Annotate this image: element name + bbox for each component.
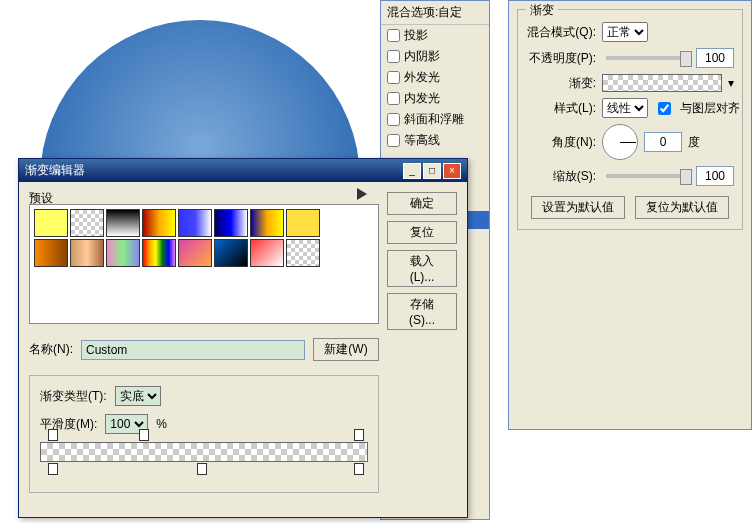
name-label: 名称(N): bbox=[29, 341, 73, 358]
preset-swatch[interactable] bbox=[250, 209, 284, 237]
preset-swatch[interactable] bbox=[178, 239, 212, 267]
gradient-group-title: 渐变 bbox=[526, 2, 558, 19]
checkbox-inner-shadow[interactable] bbox=[387, 50, 400, 63]
preset-swatch[interactable] bbox=[106, 209, 140, 237]
style-inner-glow[interactable]: 内发光 bbox=[381, 88, 489, 109]
opacity-stop-right[interactable] bbox=[354, 429, 364, 441]
preset-swatch[interactable] bbox=[178, 209, 212, 237]
checkbox-bevel[interactable] bbox=[387, 113, 400, 126]
set-default-button[interactable]: 设置为默认值 bbox=[531, 196, 625, 219]
angle-dial[interactable] bbox=[602, 124, 638, 160]
preset-swatch[interactable] bbox=[250, 239, 284, 267]
preset-swatch[interactable] bbox=[286, 209, 320, 237]
checkbox-contour[interactable] bbox=[387, 134, 400, 147]
gradient-editor-dialog: 渐变编辑器 _ □ × 预设 名称(N): 新建(W) 渐变类型(T): bbox=[18, 158, 468, 518]
style-outer-glow[interactable]: 外发光 bbox=[381, 67, 489, 88]
preset-swatch[interactable] bbox=[214, 209, 248, 237]
preset-swatch[interactable] bbox=[106, 239, 140, 267]
opacity-input[interactable] bbox=[696, 48, 734, 68]
dropdown-icon[interactable]: ▾ bbox=[728, 76, 734, 90]
align-checkbox[interactable] bbox=[658, 102, 671, 115]
blend-mode-label: 混合模式(Q): bbox=[526, 24, 596, 41]
gradient-bar[interactable] bbox=[40, 442, 368, 462]
preset-swatch[interactable] bbox=[70, 209, 104, 237]
gradient-type-group: 渐变类型(T): 实底 平滑度(M): 100 % bbox=[29, 375, 379, 493]
opacity-stop-left[interactable] bbox=[48, 429, 58, 441]
checkbox-drop-shadow[interactable] bbox=[387, 29, 400, 42]
style-select[interactable]: 线性 bbox=[602, 98, 648, 118]
cancel-button[interactable]: 复位 bbox=[387, 221, 457, 244]
name-input[interactable] bbox=[81, 340, 305, 360]
scale-label: 缩放(S): bbox=[526, 168, 596, 185]
gradient-group: 渐变 混合模式(Q): 正常 不透明度(P): 渐变: ▾ 样式(L): 线性 … bbox=[517, 9, 743, 230]
preset-grid bbox=[34, 209, 374, 267]
preset-swatch[interactable] bbox=[286, 239, 320, 267]
style-label: 样式(L): bbox=[526, 100, 596, 117]
angle-input[interactable] bbox=[644, 132, 682, 152]
preset-menu-icon[interactable] bbox=[357, 188, 373, 200]
style-bevel-emboss[interactable]: 斜面和浮雕 bbox=[381, 109, 489, 130]
style-drop-shadow[interactable]: 投影 bbox=[381, 25, 489, 46]
opacity-slider[interactable] bbox=[606, 56, 686, 60]
style-inner-shadow[interactable]: 内阴影 bbox=[381, 46, 489, 67]
minimize-button[interactable]: _ bbox=[403, 163, 421, 179]
reset-default-button[interactable]: 复位为默认值 bbox=[635, 196, 729, 219]
type-select[interactable]: 实底 bbox=[115, 386, 161, 406]
angle-label: 角度(N): bbox=[526, 134, 596, 151]
ok-button[interactable]: 确定 bbox=[387, 192, 457, 215]
style-contour[interactable]: 等高线 bbox=[381, 130, 489, 151]
scale-slider[interactable] bbox=[606, 174, 686, 178]
preset-swatch[interactable] bbox=[214, 239, 248, 267]
checkbox-inner-glow[interactable] bbox=[387, 92, 400, 105]
gradient-label: 渐变: bbox=[526, 75, 596, 92]
type-label: 渐变类型(T): bbox=[40, 388, 107, 405]
preset-swatch[interactable] bbox=[34, 239, 68, 267]
preset-swatch[interactable] bbox=[70, 239, 104, 267]
color-stop-mid[interactable] bbox=[197, 463, 207, 475]
gradient-overlay-panel: 渐变 混合模式(Q): 正常 不透明度(P): 渐变: ▾ 样式(L): 线性 … bbox=[508, 0, 752, 430]
opacity-stop-mid[interactable] bbox=[139, 429, 149, 441]
save-button[interactable]: 存储(S)... bbox=[387, 293, 457, 330]
maximize-button[interactable]: □ bbox=[423, 163, 441, 179]
checkbox-outer-glow[interactable] bbox=[387, 71, 400, 84]
blend-mode-select[interactable]: 正常 bbox=[602, 22, 648, 42]
align-label: 与图层对齐 bbox=[680, 100, 740, 117]
angle-unit: 度 bbox=[688, 134, 700, 151]
gradient-editor-title: 渐变编辑器 bbox=[25, 162, 85, 179]
scale-input[interactable] bbox=[696, 166, 734, 186]
color-stop-left[interactable] bbox=[48, 463, 58, 475]
close-button[interactable]: × bbox=[443, 163, 461, 179]
new-button[interactable]: 新建(W) bbox=[313, 338, 379, 361]
preset-swatch[interactable] bbox=[142, 239, 176, 267]
load-button[interactable]: 载入(L)... bbox=[387, 250, 457, 287]
opacity-label: 不透明度(P): bbox=[526, 50, 596, 67]
blend-options-title[interactable]: 混合选项:自定 bbox=[381, 1, 489, 25]
gradient-editor-titlebar[interactable]: 渐变编辑器 _ □ × bbox=[19, 159, 467, 182]
color-stop-right[interactable] bbox=[354, 463, 364, 475]
preset-box bbox=[29, 204, 379, 324]
preset-swatch[interactable] bbox=[34, 209, 68, 237]
smooth-unit: % bbox=[156, 417, 167, 431]
gradient-preview[interactable] bbox=[602, 74, 722, 92]
preset-swatch[interactable] bbox=[142, 209, 176, 237]
